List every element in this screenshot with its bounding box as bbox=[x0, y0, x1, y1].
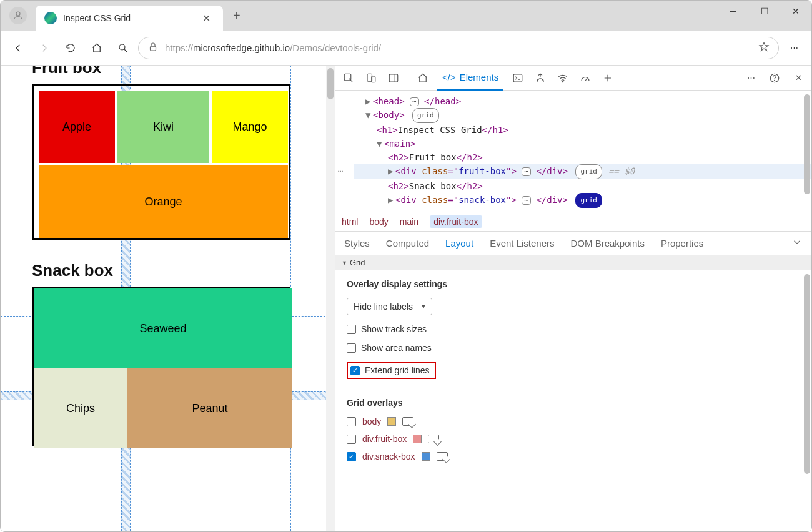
device-icon[interactable] bbox=[363, 70, 379, 86]
checkbox-icon[interactable] bbox=[347, 343, 356, 353]
reveal-icon[interactable] bbox=[428, 435, 439, 443]
fruit-mango: Mango bbox=[212, 91, 288, 163]
fruit-orange: Orange bbox=[39, 165, 288, 238]
overlay-row-fruit: div.fruit-box bbox=[347, 434, 800, 444]
more-icon[interactable]: ⋯ bbox=[743, 70, 759, 86]
svg-point-8 bbox=[562, 81, 563, 82]
show-area-names-row[interactable]: Show area names bbox=[347, 343, 800, 353]
devtools-panel: </> Elements ⋯ ✕ ▶<head> ⋯ </head> ▼<bod… bbox=[335, 66, 811, 531]
snack-heading: Snack box bbox=[32, 261, 335, 280]
crumb-selected[interactable]: div.fruit-box bbox=[430, 215, 482, 228]
titlebar: Inspect CSS Grid ✕ + ─ ☐ ✕ bbox=[1, 1, 811, 31]
lock-icon bbox=[147, 41, 159, 54]
show-track-sizes-row[interactable]: Show track sizes bbox=[347, 324, 800, 334]
sources-icon[interactable] bbox=[532, 70, 548, 86]
elements-tab[interactable]: </> Elements bbox=[437, 66, 503, 91]
overlay-row-snack: div.snack-box bbox=[347, 451, 800, 461]
url-text: https://microsoftedge.github.io/Demos/de… bbox=[165, 42, 758, 53]
tab-layout[interactable]: Layout bbox=[445, 238, 473, 249]
dock-icon[interactable] bbox=[385, 70, 402, 86]
dom-scrollbar[interactable] bbox=[804, 94, 810, 194]
checkbox-checked-icon[interactable] bbox=[350, 366, 360, 375]
tab-dom-breakpoints[interactable]: DOM Breakpoints bbox=[571, 238, 645, 249]
snack-box: Seaweed Chips Peanut bbox=[32, 287, 290, 446]
svg-point-1 bbox=[119, 44, 125, 50]
svg-point-0 bbox=[16, 12, 20, 16]
overlay-row-body: body bbox=[347, 416, 800, 426]
reveal-icon[interactable] bbox=[402, 417, 413, 426]
panel-tabs: Styles Computed Layout Event Listeners D… bbox=[335, 232, 811, 255]
network-icon[interactable] bbox=[555, 70, 571, 86]
svg-rect-6 bbox=[389, 74, 398, 82]
fruit-box: Apple Kiwi Mango Orange bbox=[32, 84, 290, 240]
page-viewport: Fruit box Apple Kiwi Mango Orange Snack … bbox=[1, 66, 335, 531]
svg-rect-2 bbox=[151, 46, 156, 51]
crumb-html[interactable]: html bbox=[342, 217, 358, 227]
scroll-thumb[interactable] bbox=[327, 68, 334, 99]
menu-button[interactable]: ⋯ bbox=[783, 37, 805, 59]
close-tab-icon[interactable]: ✕ bbox=[199, 12, 214, 24]
browser-tab[interactable]: Inspect CSS Grid ✕ bbox=[36, 6, 223, 31]
tab-properties[interactable]: Properties bbox=[661, 238, 703, 249]
help-icon[interactable] bbox=[766, 70, 783, 86]
toolbar: https://microsoftedge.github.io/Demos/de… bbox=[1, 31, 811, 66]
fruit-kiwi: Kiwi bbox=[117, 91, 209, 163]
search-button[interactable] bbox=[112, 37, 134, 59]
home-button[interactable] bbox=[86, 37, 108, 59]
extend-grid-lines-highlight: Extend grid lines bbox=[347, 362, 436, 379]
refresh-button[interactable] bbox=[59, 37, 82, 59]
svg-point-10 bbox=[775, 80, 775, 81]
tab-styles[interactable]: Styles bbox=[344, 238, 370, 249]
svg-rect-7 bbox=[513, 74, 522, 82]
inspect-icon[interactable] bbox=[340, 70, 357, 86]
performance-icon[interactable] bbox=[577, 70, 593, 86]
edge-favicon bbox=[44, 12, 57, 24]
back-button[interactable] bbox=[7, 37, 29, 59]
color-swatch[interactable] bbox=[413, 435, 422, 443]
grid-line bbox=[1, 476, 335, 476]
checkbox-icon[interactable] bbox=[347, 325, 356, 334]
line-labels-select[interactable]: Hide line labels bbox=[347, 298, 432, 315]
minimize-button[interactable]: ─ bbox=[718, 1, 749, 22]
welcome-icon[interactable] bbox=[415, 70, 431, 86]
breadcrumbs: html body main div.fruit-box bbox=[335, 212, 811, 232]
fruit-apple: Apple bbox=[39, 91, 115, 163]
maximize-button[interactable]: ☐ bbox=[749, 1, 780, 22]
checkbox-icon[interactable] bbox=[347, 417, 356, 426]
checkbox-checked-icon[interactable] bbox=[347, 452, 356, 461]
code-icon: </> bbox=[442, 72, 456, 82]
tab-computed[interactable]: Computed bbox=[386, 238, 429, 249]
tab-title: Inspect CSS Grid bbox=[63, 13, 199, 23]
layout-panel: Overlay display settings Hide line label… bbox=[335, 270, 811, 531]
snack-seaweed: Seaweed bbox=[34, 288, 292, 368]
snack-chips: Chips bbox=[34, 368, 127, 448]
crumb-main[interactable]: main bbox=[400, 217, 418, 227]
reveal-icon[interactable] bbox=[437, 452, 448, 461]
crumb-body[interactable]: body bbox=[369, 217, 388, 227]
devtools-toolbar: </> Elements ⋯ ✕ bbox=[335, 66, 811, 91]
selected-dom-node[interactable]: ⋯▶<div class="fruit-box"> ⋯ </div> grid=… bbox=[354, 164, 811, 179]
grid-section-header[interactable]: Grid bbox=[335, 255, 811, 270]
fruit-heading: Fruit box bbox=[32, 66, 335, 77]
overlay-settings-title: Overlay display settings bbox=[347, 279, 800, 289]
snack-peanut: Peanut bbox=[127, 368, 292, 448]
layout-scrollbar[interactable] bbox=[804, 274, 810, 474]
add-tab-icon[interactable] bbox=[600, 70, 616, 86]
forward-button[interactable] bbox=[33, 37, 56, 59]
page-scrollbar[interactable] bbox=[326, 66, 335, 531]
chevron-down-icon[interactable] bbox=[791, 237, 803, 250]
color-swatch[interactable] bbox=[387, 417, 396, 426]
address-bar[interactable]: https://microsoftedge.github.io/Demos/de… bbox=[138, 37, 779, 59]
profile-icon[interactable] bbox=[9, 7, 27, 24]
favorite-icon[interactable] bbox=[758, 41, 770, 54]
console-icon[interactable] bbox=[510, 70, 526, 86]
checkbox-icon[interactable] bbox=[347, 435, 356, 444]
new-tab-button[interactable]: + bbox=[223, 9, 250, 23]
tab-event-listeners[interactable]: Event Listeners bbox=[490, 238, 554, 249]
close-devtools-icon[interactable]: ✕ bbox=[790, 70, 806, 86]
color-swatch[interactable] bbox=[422, 452, 430, 461]
dom-tree[interactable]: ▶<head> ⋯ </head> ▼<body> grid <h1>Inspe… bbox=[335, 91, 811, 212]
grid-overlays-title: Grid overlays bbox=[347, 398, 800, 408]
close-window-button[interactable]: ✕ bbox=[780, 1, 811, 22]
